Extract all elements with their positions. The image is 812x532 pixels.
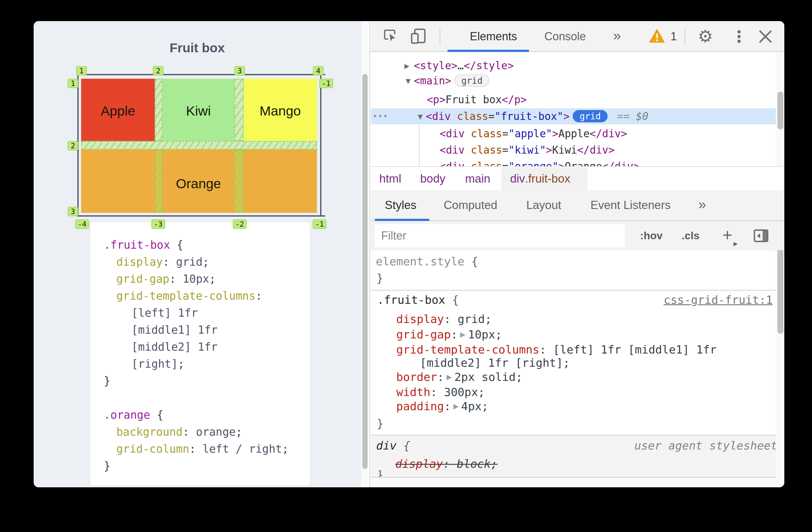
page-code-line-7: [right]; [131, 358, 185, 370]
grid-line-badge-bottom--3: -3 [151, 220, 165, 229]
style-prop-display[interactable]: display: grid; [396, 312, 492, 325]
sidebar-more-tabs-chevron[interactable]: » [698, 196, 706, 212]
tab-elements[interactable]: Elements [470, 30, 517, 43]
close-devtools-icon[interactable] [758, 29, 773, 44]
new-style-rule-caret: ▶ [734, 240, 738, 247]
tab-console[interactable]: Console [545, 30, 586, 43]
styles-filter-bar: :hov .cls + ▶ [371, 221, 784, 250]
grid-line-badge-top-2: 2 [153, 66, 163, 75]
tab-styles-underline [375, 219, 429, 221]
toolbar-separator-1 [440, 28, 440, 45]
element-style-open[interactable]: element.style { [376, 255, 478, 268]
page-code-line-12: grid-column: left / right; [116, 443, 289, 455]
dom-row-fruit-box[interactable]: •••▼<div class="fruit-box">grid == $0 [373, 110, 649, 123]
grid-line-badge-top-3: 3 [234, 66, 245, 75]
styles-filter-input[interactable] [375, 224, 625, 248]
pseudo-state-toggle[interactable]: :hov [640, 229, 663, 242]
grid-gap-hatch-col2-row2 [234, 150, 244, 213]
element-style-close: } [376, 272, 383, 284]
styles-pane: element.style { } .fruit-box { css-grid-… [371, 250, 784, 487]
breadcrumb-main[interactable]: main [465, 167, 490, 190]
device-toolbar-icon[interactable] [410, 27, 427, 46]
settings-gear-icon[interactable]: ⚙ [698, 26, 713, 46]
page-scrollbar-thumb[interactable] [362, 74, 368, 469]
breadcrumb-html[interactable]: html [379, 167, 401, 190]
devtools-panel: Elements Console » 1 ⚙ ▶<style>…</style [369, 21, 784, 487]
class-toggle[interactable]: .cls [682, 229, 700, 242]
fruit-box-rule-close: } [377, 417, 384, 430]
dom-row-orange[interactable]: <div class="orange">Orange</div> [440, 160, 640, 167]
dom-scrollbar-thumb[interactable] [778, 92, 783, 129]
tab-elements-underline [448, 50, 529, 52]
page-code-line-0: .fruit-box { [104, 239, 183, 251]
styles-tab-bar: Styles Computed Layout Event Listeners » [371, 190, 784, 221]
page-title: Fruit box [170, 41, 224, 55]
style-prop-border[interactable]: border:▶2px solid; [396, 370, 522, 383]
page-viewport: Fruit box Apple Kiwi Mango Orange 1 2 3 … [34, 21, 361, 487]
grid-line-badge-left-2: 2 [68, 141, 78, 151]
grid-badge-main[interactable]: grid [454, 74, 489, 87]
dom-row-p[interactable]: <p>Fruit box</p> [427, 94, 527, 106]
user-agent-rule-section: div { user agent stylesheet display: blo… [371, 435, 784, 477]
dom-indent-guide [419, 125, 420, 167]
ua-rule-close: } [377, 468, 384, 477]
dom-row-main[interactable]: ▼<main>grid [406, 74, 492, 87]
grid-line-badge-left-3: 3 [68, 207, 78, 216]
grid-line-badge-bottom--1: -1 [313, 220, 327, 229]
tab-styles[interactable]: Styles [385, 199, 417, 212]
tab-computed[interactable]: Computed [444, 199, 497, 212]
tab-layout[interactable]: Layout [526, 199, 561, 212]
new-style-rule-button[interactable]: + [722, 225, 733, 244]
toolbar-separator-2 [685, 28, 685, 45]
breadcrumb-body[interactable]: body [420, 167, 445, 190]
ua-rule-selector[interactable]: div { [376, 439, 410, 452]
style-prop-padding[interactable]: padding:▶4px; [396, 400, 489, 413]
dom-row-more-dots[interactable]: ••• [373, 112, 388, 121]
grid-line-badge-top-1: 1 [76, 66, 87, 75]
styles-bottom-strip [371, 478, 784, 487]
dom-row-style[interactable]: ▶<style>…</style> [404, 59, 514, 72]
ua-prop-display-block[interactable]: display: block; [395, 458, 497, 470]
inspect-element-icon[interactable] [382, 28, 398, 44]
cell-label-mango: Mango [259, 103, 301, 119]
toggle-sidebar-icon[interactable] [753, 228, 769, 243]
dom-tree-pane: ▶<style>…</style> ▼<main>grid <p>Fruit b… [371, 53, 784, 167]
grid-badge-fruit-box[interactable]: grid [573, 110, 608, 123]
more-tabs-chevron[interactable]: » [613, 28, 621, 43]
grid-overlay-line-right [320, 74, 321, 216]
style-prop-width[interactable]: width: 300px; [396, 386, 485, 398]
kebab-menu-icon[interactable] [731, 29, 747, 44]
warning-count[interactable]: 1 [670, 30, 677, 43]
expand-shorthand-icon[interactable]: ▶ [444, 373, 454, 381]
page-code-line-2: grid-gap: 10px; [116, 272, 216, 285]
cell-label-kiwi: Kiwi [186, 103, 211, 119]
page-code-line-11: background: orange; [116, 425, 242, 438]
page-code-line-3: grid-template-columns: [116, 290, 262, 302]
fruit-box-rule-selector[interactable]: .fruit-box { [377, 293, 459, 306]
grid-line-badge-left-1: 1 [68, 79, 78, 88]
ua-rule-origin: user agent stylesheet [634, 439, 778, 452]
grid-gap-hatch-col1-row1 [155, 79, 163, 141]
expand-shorthand-icon[interactable]: ▶ [458, 330, 468, 338]
breadcrumb-bar: html body main div.fruit-box [371, 167, 784, 190]
page-code-line-6: [middle2] 1fr [131, 340, 218, 353]
styles-separator-1 [371, 290, 784, 291]
cell-label-apple: Apple [101, 103, 135, 119]
warning-icon[interactable] [649, 29, 665, 43]
tab-event-listeners[interactable]: Event Listeners [590, 199, 670, 212]
page-code-line-1: display: grid; [116, 256, 209, 268]
style-prop-grid-template-columns[interactable]: grid-template-columns: [left] 1fr [middl… [396, 343, 717, 356]
page-code-line-13: } [104, 460, 111, 472]
dom-row-kiwi[interactable]: <div class="kiwi">Kiwi</div> [440, 144, 614, 156]
dom-row-apple[interactable]: <div class="apple">Apple</div> [440, 127, 627, 140]
page-code-line-4: [left] 1fr [131, 307, 198, 319]
grid-line-badge-bottom--4: -4 [75, 220, 89, 229]
style-prop-grid-gap[interactable]: grid-gap:▶10px; [396, 328, 502, 341]
page-code-line-8: } [104, 375, 111, 387]
breadcrumb-div-fruit-box[interactable]: div.fruit-box [510, 167, 570, 190]
stylesheet-link[interactable]: css-grid-fruit:1 [664, 293, 773, 306]
styles-scrollbar-thumb[interactable] [778, 250, 783, 334]
expand-shorthand-icon[interactable]: ▶ [451, 402, 461, 410]
browser-window: Fruit box Apple Kiwi Mango Orange 1 2 3 … [34, 21, 784, 487]
cell-label-orange: Orange [176, 176, 221, 192]
